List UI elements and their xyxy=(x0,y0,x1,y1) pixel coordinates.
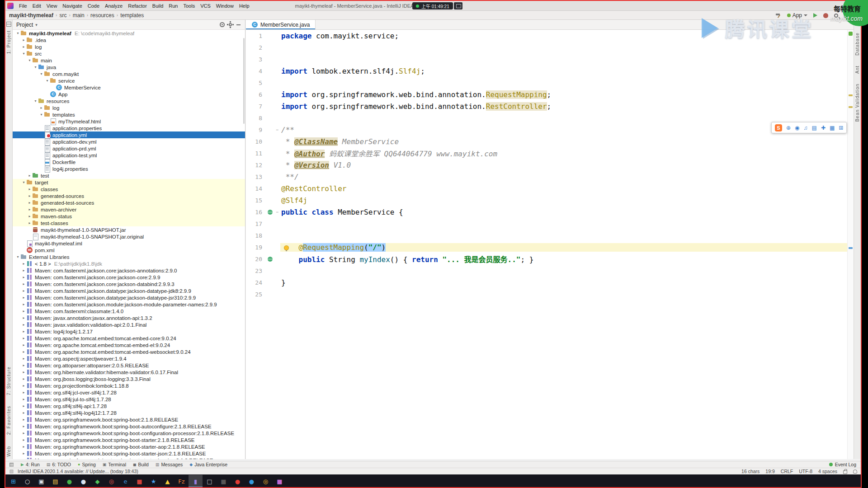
code-line-17[interactable]: 17 xyxy=(246,218,847,230)
code-line-25[interactable]: 25 xyxy=(246,288,847,300)
expand-arrow-icon[interactable]: ▾ xyxy=(15,255,20,259)
settings-gear-icon[interactable] xyxy=(227,22,233,28)
menu-item-run[interactable]: Run xyxy=(166,3,180,9)
tree-item-maven-com-fasterxml-classmate-1-4-0[interactable]: ▸Maven: com.fasterxml:classmate:1.4.0 xyxy=(13,308,245,314)
expand-arrow-icon[interactable]: ▸ xyxy=(21,302,26,306)
tree-item-resources[interactable]: ▾resources xyxy=(13,98,245,104)
expand-arrow-icon[interactable]: ▸ xyxy=(21,296,26,300)
breadcrumb-item-resources[interactable]: resources xyxy=(90,12,114,19)
tree-item-log4j-properties[interactable]: log4j.properties xyxy=(13,165,245,172)
status-utf-8[interactable]: UTF-8 xyxy=(799,469,812,474)
expand-arrow-icon[interactable]: ▸ xyxy=(21,404,26,408)
line-number[interactable]: 23 xyxy=(246,267,266,274)
line-number[interactable]: 2 xyxy=(246,44,266,51)
taskbar-edge[interactable]: e xyxy=(118,475,132,488)
tree-item-service[interactable]: ▾service xyxy=(13,77,245,84)
line-number[interactable]: 15 xyxy=(246,197,266,204)
tree-item-src[interactable]: ▾src xyxy=(13,50,245,57)
expand-arrow-icon[interactable]: ▸ xyxy=(21,316,26,320)
code-line-3[interactable]: 3 xyxy=(246,53,847,65)
toolwindow-switcher-icon[interactable] xyxy=(9,463,14,467)
layout-grid-icon[interactable] xyxy=(844,13,849,18)
expand-arrow-icon[interactable]: ▸ xyxy=(21,262,26,266)
toolwindow-button-java-enterprise[interactable]: ◆Java Enterprise xyxy=(189,462,227,467)
inspection-status-icon[interactable] xyxy=(849,32,853,36)
taskbar-wechat[interactable]: ◆ xyxy=(90,475,104,488)
notifications-bell-icon[interactable] xyxy=(853,469,857,474)
code-line-16[interactable]: 16−public class MemberService { xyxy=(246,206,847,218)
tree-item-pom-xml[interactable]: pom.xml xyxy=(13,247,245,253)
tree-item-maven-org-slf4j-jcl-over-slf4j-1-7-28[interactable]: ▸Maven: org.slf4j:jcl-over-slf4j:1.7.28 xyxy=(13,389,245,396)
tree-item-maven-org-slf4j-slf4j-log4j12-1-7-28[interactable]: ▸Maven: org.slf4j:slf4j-log4j12:1.7.28 xyxy=(13,409,245,416)
toolwindow-button-build[interactable]: ◼Build xyxy=(133,462,149,467)
menu-item-code[interactable]: Code xyxy=(85,3,102,9)
breadcrumb-item-mayikt-thymeleaf[interactable]: mayikt-thymeleaf xyxy=(9,12,53,19)
tree-item-idea[interactable]: ▸.idea xyxy=(13,37,245,43)
code-line-11[interactable]: 11 * @Author 蚂蚁课堂余胜军 QQ644064779 www.may… xyxy=(246,147,847,159)
expand-arrow-icon[interactable]: ▸ xyxy=(21,336,26,340)
code-line-19[interactable]: 19 @RequestMapping("/") xyxy=(246,241,847,253)
line-number[interactable]: 20 xyxy=(246,256,266,263)
tree-item-maven-log4j-log4j-1-2-17[interactable]: ▸Maven: log4j:log4j:1.2.17 xyxy=(13,328,245,335)
tree-item-maven-com-fasterxml-jackson-module-jackson-module-parameter-names-2-9-9[interactable]: ▸Maven: com.fasterxml.jackson.module:jac… xyxy=(13,301,245,308)
overview-ruler[interactable] xyxy=(847,30,854,459)
tree-item-maven-org-slf4j-slf4j-api-1-7-28[interactable]: ▸Maven: org.slf4j:slf4j-api:1.7.28 xyxy=(13,403,245,409)
build-hammer-icon[interactable] xyxy=(775,12,781,19)
code-line-20[interactable]: 20 public String myIndex() { return "...… xyxy=(246,253,847,265)
tree-item-mayikt-thymeleaf-1-0-snapshot-jar[interactable]: mayikt-thymeleaf-1.0-SNAPSHOT.jar xyxy=(13,226,245,233)
tree-item-maven-org-springframework-boot-spring-boot-starter-2-1-8-release[interactable]: ▸Maven: org.springframework.boot:spring-… xyxy=(13,436,245,443)
code-line-24[interactable]: 24} xyxy=(246,277,847,288)
menu-item-edit[interactable]: Edit xyxy=(30,3,44,9)
code-line-15[interactable]: 15@Slf4j xyxy=(246,194,847,206)
target-icon[interactable]: ◉ xyxy=(795,125,799,131)
expand-arrow-icon[interactable]: ▾ xyxy=(33,65,38,69)
tree-item-maven-org-jboss-logging-jboss-logging-3-3-3-final[interactable]: ▸Maven: org.jboss.logging:jboss-logging:… xyxy=(13,375,245,382)
expand-arrow-icon[interactable]: ▾ xyxy=(27,58,32,62)
code-line-1[interactable]: 1package com.mayikt.service; xyxy=(246,30,847,42)
line-number[interactable]: 7 xyxy=(246,103,266,110)
audio-icon[interactable]: ♫ xyxy=(804,125,808,131)
tree-item-maven-org-attoparser-attoparser-2-0-5-release[interactable]: ▸Maven: org.attoparser:attoparser:2.0.5.… xyxy=(13,362,245,369)
display-icon[interactable]: ▤ xyxy=(812,125,817,131)
crop-icon[interactable]: ✚ xyxy=(821,125,826,131)
status-crlf[interactable]: CRLF xyxy=(781,469,793,474)
code-line-18[interactable]: 18 xyxy=(246,230,847,241)
toolwindow-stripe-bean-validation[interactable]: Bean Validation xyxy=(855,84,860,122)
status-4-spaces[interactable]: 4 spaces xyxy=(818,469,837,474)
code-line-23[interactable]: 23 xyxy=(246,265,847,277)
toolwindow-button-terminal[interactable]: ▣Terminal xyxy=(103,462,126,467)
tree-item-maven-org-apache-tomcat-embed-tomcat-embed-websocket-9-0-24[interactable]: ▸Maven: org.apache.tomcat.embed:tomcat-e… xyxy=(13,348,245,355)
expand-arrow-icon[interactable]: ▸ xyxy=(21,309,26,313)
tree-item-maven-org-springframework-boot-spring-boot-2-1-8-release[interactable]: ▸Maven: org.springframework.boot:spring-… xyxy=(13,416,245,423)
tree-item-mayikt-thymeleaf[interactable]: ▾mayikt-thymeleafE: \code\mayikt-thymele… xyxy=(13,30,245,37)
tree-item-test-classes[interactable]: ▸test-classes xyxy=(13,220,245,226)
menu-item-help[interactable]: Help xyxy=(236,3,252,9)
expand-arrow-icon[interactable]: ▸ xyxy=(21,445,26,449)
expand-arrow-icon[interactable]: ▸ xyxy=(21,282,26,286)
expand-arrow-icon[interactable]: ▸ xyxy=(21,424,26,428)
code-line-7[interactable]: 7import org.springframework.web.bind.ann… xyxy=(246,100,847,112)
taskbar-screen-recorder[interactable]: ▮ xyxy=(189,475,203,488)
tree-item-generated-test-sources[interactable]: ▸generated-test-sources xyxy=(13,199,245,206)
tree-item-maven-org-springframework-boot-spring-boot-starter-json-2-1-8-release[interactable]: ▸Maven: org.springframework.boot:spring-… xyxy=(13,450,245,457)
code-line-2[interactable]: 2 xyxy=(246,42,847,53)
taskbar-idea[interactable]: ■ xyxy=(273,475,287,488)
line-number[interactable]: 11 xyxy=(246,150,266,157)
expand-arrow-icon[interactable]: ▾ xyxy=(21,52,26,56)
tree-item-target[interactable]: ▾target xyxy=(13,179,245,186)
expand-arrow-icon[interactable]: ▸ xyxy=(21,390,26,394)
status-19-9[interactable]: 19:9 xyxy=(765,469,774,474)
tree-item-log[interactable]: ▸log xyxy=(13,43,245,50)
toolwindow-stripe-2-favorites[interactable]: 2: Favorites xyxy=(6,406,11,435)
status-16-chars[interactable]: 16 chars xyxy=(741,469,760,474)
toolwindow-button-4-run[interactable]: ▶4: Run xyxy=(21,462,40,467)
menu-item-build[interactable]: Build xyxy=(150,3,166,9)
tree-item-maven-org-springframework-boot-spring-boot-autoconfigure-2-1-8-release[interactable]: ▸Maven: org.springframework.boot:spring-… xyxy=(13,423,245,430)
menu-item-refactor[interactable]: Refactor xyxy=(125,3,150,9)
toolwindow-button-spring[interactable]: ●Spring xyxy=(78,462,96,467)
line-number[interactable]: 17 xyxy=(246,221,266,227)
expand-arrow-icon[interactable]: ▸ xyxy=(21,438,26,442)
tree-item-com-mayikt[interactable]: ▾com.mayikt xyxy=(13,70,245,77)
code-editor[interactable]: 1package com.mayikt.service;234import lo… xyxy=(246,30,847,459)
line-number[interactable]: 5 xyxy=(246,80,266,86)
